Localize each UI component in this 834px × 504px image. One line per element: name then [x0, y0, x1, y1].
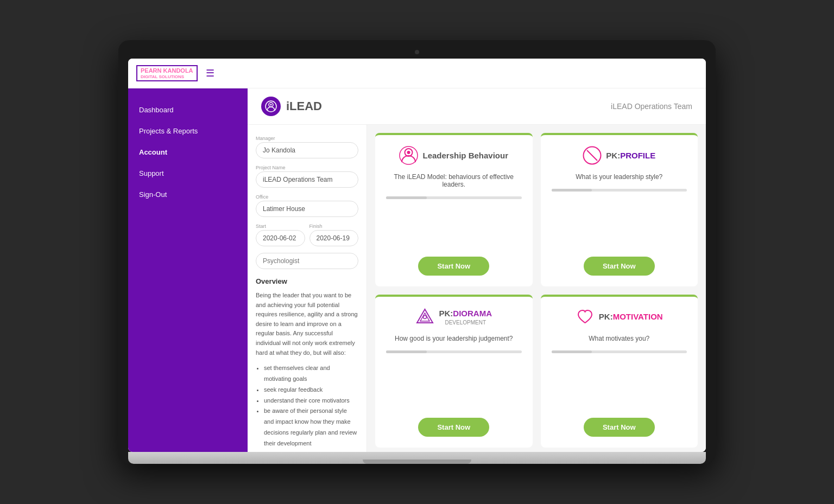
- finish-label: Finish: [309, 224, 359, 229]
- office-field: Office: [256, 194, 358, 217]
- bullet-item: understand their core motivators: [264, 395, 358, 406]
- logo-text: PEARN KANDOLA: [141, 67, 193, 74]
- start-now-button-pkprofile[interactable]: Start Now: [584, 257, 655, 276]
- webcam: [415, 50, 419, 54]
- office-input[interactable]: [256, 201, 358, 217]
- manager-field: Manager: [256, 136, 358, 158]
- date-row: Start Finish: [256, 224, 358, 253]
- laptop-base: [128, 452, 706, 464]
- ilead-title-area: iLEAD: [261, 97, 322, 116]
- card-pk-motivation: PK:MOTIVATION What motivates you? Start …: [541, 295, 698, 448]
- card-description-pkmotivation: What motivates you?: [589, 335, 649, 342]
- card-header-pkprofile: PK:PROFILE: [583, 146, 655, 165]
- svg-point-4: [407, 151, 410, 154]
- pkmotivation-icon: [576, 308, 595, 327]
- card-title-pkdiorama: PK:DIORAMA: [439, 309, 492, 318]
- bullet-item: be aware of their personal style and imp…: [264, 406, 358, 449]
- card-description-pkprofile: What is your leadership style?: [576, 173, 662, 181]
- app-title: iLEAD: [286, 99, 322, 113]
- card-progress-bar-leadership: [386, 196, 427, 199]
- bullet-list: set themselves clear and motivating goal…: [256, 363, 358, 449]
- card-header-pkdiorama: PK:DIORAMA DEVELOPMENT: [415, 308, 492, 327]
- card-progress-bar-pkdiorama: [386, 350, 427, 353]
- card-title-pkmotivation: PK:MOTIVATION: [599, 312, 663, 321]
- start-label: Start: [256, 224, 305, 229]
- overview-section: Overview Being the leader that you want …: [256, 277, 358, 449]
- office-label: Office: [256, 194, 358, 200]
- content-header: iLEAD iLEAD Operations Team: [248, 88, 706, 125]
- start-now-button-leadership[interactable]: Start Now: [418, 257, 489, 276]
- card-progress-pkmotivation: [552, 350, 687, 353]
- sidebar-item-projects[interactable]: Projects & Reports: [128, 120, 248, 142]
- start-input[interactable]: [256, 230, 305, 246]
- laptop-frame: PEARN KANDOLA DIGITAL SOLUTIONS ☰ Dashbo…: [118, 40, 716, 464]
- overview-text: Being the leader that you want to be and…: [256, 291, 358, 358]
- logo: PEARN KANDOLA DIGITAL SOLUTIONS: [136, 65, 198, 82]
- svg-point-10: [424, 315, 427, 318]
- svg-point-1: [270, 104, 272, 106]
- start-now-button-pkmotivation[interactable]: Start Now: [584, 418, 655, 437]
- card-title-pkprofile: PK:PROFILE: [606, 151, 655, 160]
- project-label: Project Name: [256, 165, 358, 170]
- start-field: Start: [256, 224, 305, 246]
- finish-field: Finish: [309, 224, 359, 246]
- logo-subtitle: DIGITAL SOLUTIONS: [141, 74, 193, 80]
- card-header-pkmotivation: PK:MOTIVATION: [576, 308, 663, 327]
- bullet-item: seek regular feedback: [264, 385, 358, 395]
- card-description-leadership: The iLEAD Model: behaviours of effective…: [386, 173, 522, 188]
- card-progress-pkdiorama: [386, 350, 522, 353]
- content-body: Manager Project Name Office: [248, 125, 706, 452]
- overview-title: Overview: [256, 277, 358, 285]
- sidebar-item-account[interactable]: Account: [128, 142, 248, 163]
- card-title-leadership: Leadership Behaviour: [422, 151, 508, 160]
- hamburger-icon[interactable]: ☰: [206, 67, 214, 79]
- screen: PEARN KANDOLA DIGITAL SOLUTIONS ☰ Dashbo…: [128, 59, 706, 452]
- manager-input[interactable]: [256, 142, 358, 158]
- cards-panel: Leadership Behaviour The iLEAD Model: be…: [367, 125, 706, 452]
- card-progress-leadership: [386, 196, 522, 199]
- manager-label: Manager: [256, 136, 358, 141]
- ilead-icon: [261, 97, 281, 116]
- sidebar-item-dashboard[interactable]: Dashboard: [128, 99, 248, 120]
- card-progress-bar-pkmotivation: [552, 350, 592, 353]
- card-progress-pkprofile: [552, 189, 687, 192]
- team-name: iLEAD Operations Team: [611, 102, 692, 111]
- leadership-icon: [399, 146, 418, 165]
- app-wrapper: Dashboard Projects & Reports Account Sup…: [128, 88, 706, 452]
- sidebar-item-signout[interactable]: Sign-Out: [128, 184, 248, 205]
- main-content: iLEAD iLEAD Operations Team Manager Proj…: [248, 88, 706, 452]
- project-field: Project Name: [256, 165, 358, 188]
- start-now-button-pkdiorama[interactable]: Start Now: [418, 418, 489, 437]
- pkdiorama-icon: [415, 308, 434, 327]
- card-subtitle-pkdiorama: DEVELOPMENT: [439, 320, 492, 326]
- logo-area: PEARN KANDOLA DIGITAL SOLUTIONS: [136, 65, 198, 82]
- project-input[interactable]: [256, 171, 358, 188]
- psychologist-input[interactable]: [256, 253, 358, 269]
- finish-input[interactable]: [309, 230, 359, 246]
- card-progress-bar-pkprofile: [552, 189, 592, 192]
- card-pk-profile: PK:PROFILE What is your leadership style…: [541, 133, 698, 286]
- bullet-item: set themselves clear and motivating goal…: [264, 363, 358, 385]
- pkprofile-icon: [583, 146, 602, 165]
- psychologist-field: [256, 253, 358, 269]
- sidebar-item-support[interactable]: Support: [128, 163, 248, 184]
- card-pk-diorama: PK:DIORAMA DEVELOPMENT How good is your …: [375, 295, 533, 448]
- svg-line-7: [587, 150, 597, 161]
- left-panel: Manager Project Name Office: [248, 125, 367, 452]
- sidebar: Dashboard Projects & Reports Account Sup…: [128, 88, 248, 452]
- card-description-pkdiorama: How good is your leadership judgement?: [395, 335, 513, 342]
- top-bar: PEARN KANDOLA DIGITAL SOLUTIONS ☰: [128, 59, 706, 88]
- card-leadership-behaviour: Leadership Behaviour The iLEAD Model: be…: [375, 133, 533, 286]
- card-header-leadership: Leadership Behaviour: [399, 146, 508, 165]
